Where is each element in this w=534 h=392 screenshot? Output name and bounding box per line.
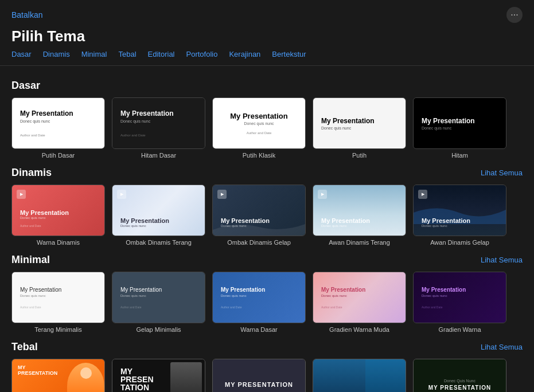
theme-label-ombak-terang: Ombak Dinamis Terang	[126, 239, 192, 246]
page-title: Pilih Tema	[0, 25, 534, 50]
see-all-dinamis[interactable]: Lihat Semua	[481, 168, 523, 177]
see-all-tebal[interactable]: Lihat Semua	[481, 343, 523, 351]
theme-item-awan-dinamis-terang[interactable]: ▶ My Presentation Donec quis nunc Awan D…	[313, 185, 406, 246]
section-minimal: Minimal Lihat Semua My Presentation Done…	[11, 254, 523, 333]
theme-item-gradien-warna-muda[interactable]: My Presentation Donec quis nunc Author a…	[313, 272, 406, 333]
theme-item-ombak-dinamis-gelap[interactable]: ▶ My Presentation Donec quis nunc Ombak …	[212, 185, 306, 246]
section-title-dasar: Dasar	[11, 80, 40, 92]
section-dasar: Dasar My Presentation Donec quis nunc Au…	[11, 80, 523, 159]
theme-item-gradien-warna[interactable]: My Presentation Donec quis nunc Author a…	[413, 272, 506, 333]
section-dinamis: Dinamis Lihat Semua ▶ My Presentation Do…	[11, 167, 523, 246]
see-all-minimal[interactable]: Lihat Semua	[481, 256, 523, 264]
tab-minimal[interactable]: Minimal	[81, 50, 107, 58]
theme-item-warna-dasar[interactable]: My Presentation Donec quis nunc Author a…	[212, 272, 306, 333]
theme-label-ombak-gelap: Ombak Dinamis Gelap	[227, 239, 291, 246]
theme-label-warna-dasar: Warna Dasar	[240, 326, 277, 333]
tab-bertekstur[interactable]: Bertekstur	[272, 50, 306, 58]
theme-label-hitam: Hitam	[451, 152, 468, 159]
tab-kerajinan[interactable]: Kerajinan	[229, 50, 260, 58]
theme-label-awan-gelap: Awan Dinamis Gelap	[430, 239, 489, 246]
theme-item-awan-dinamis-gelap[interactable]: ▶ My Presentation Donec quis nunc Awan D…	[413, 185, 506, 246]
theme-item-hitam[interactable]: My Presentation Donec quis nunc Hitam	[413, 97, 506, 159]
cancel-button[interactable]: Batalkan	[11, 10, 42, 19]
theme-label-putih-klasik: Putih Klasik	[243, 152, 275, 159]
section-title-minimal: Minimal	[11, 254, 50, 266]
theme-item-warna-dinamis[interactable]: ▶ My Presentation Donec quis nunc Author…	[11, 185, 105, 246]
nav-tabs: Dasar Dinamis Minimal Tebal Editorial Po…	[0, 50, 534, 66]
theme-item-putih[interactable]: My Presentation Donec quis nunc Putih	[313, 97, 406, 159]
theme-item-putih-dasar[interactable]: My Presentation Donec quis nunc Author a…	[11, 97, 105, 159]
tab-dinamis[interactable]: Dinamis	[43, 50, 70, 58]
theme-item-putih-klasik[interactable]: My Presentation Donec quis nunc Author a…	[212, 97, 306, 159]
section-header-dinamis: Dinamis Lihat Semua	[11, 167, 523, 179]
more-button[interactable]: ···	[506, 7, 523, 23]
theme-row-minimal: My Presentation Donec quis nunc Author a…	[11, 272, 523, 333]
theme-item-ombak-dinamis-terang[interactable]: ▶ My Presentation Donec quis nunc Ombak …	[112, 185, 205, 246]
theme-item-bold-3[interactable]: MY PRESENTATION	[212, 359, 306, 392]
section-title-tebal: Tebal	[11, 341, 38, 353]
theme-label-gradien-warna-muda: Gradien Warna Muda	[329, 326, 389, 333]
theme-item-bold-1[interactable]: MYPRESENTATION	[11, 359, 105, 392]
theme-row-dinamis: ▶ My Presentation Donec quis nunc Author…	[11, 185, 523, 246]
section-tebal: Tebal Lihat Semua MYPRESENTATION	[11, 341, 523, 392]
section-header-tebal: Tebal Lihat Semua	[11, 341, 523, 353]
theme-item-terang-minimalis[interactable]: My Presentation Donec quis nunc Author a…	[11, 272, 105, 333]
top-bar: Batalkan ···	[0, 0, 534, 25]
theme-item-hitam-dasar[interactable]: My Presentation Donec quis nunc Author a…	[112, 97, 205, 159]
theme-item-gelap-minimalis[interactable]: My Presentation Donec quis nunc Author a…	[112, 272, 205, 333]
tab-tebal[interactable]: Tebal	[118, 50, 136, 58]
section-header-minimal: Minimal Lihat Semua	[11, 254, 523, 266]
content-area: Dasar My Presentation Donec quis nunc Au…	[0, 66, 534, 392]
theme-item-bold-2[interactable]: person MYPRESENTATION	[112, 359, 205, 392]
theme-label-putih: Putih	[352, 152, 367, 159]
tab-editorial[interactable]: Editorial	[148, 50, 175, 58]
theme-row-tebal: MYPRESENTATION person MYP	[11, 359, 523, 392]
section-header-dasar: Dasar	[11, 80, 523, 92]
theme-label-terang-minimalis: Terang Minimalis	[34, 326, 82, 333]
theme-label-warna-dinamis: Warna Dinamis	[37, 239, 80, 246]
theme-item-bold-5[interactable]: Donec Quis Nunc MY PRESENTATION	[413, 359, 506, 392]
theme-label-gradien-warna: Gradien Warna	[438, 326, 481, 333]
theme-label-hitam-dasar: Hitam Dasar	[141, 152, 176, 159]
theme-item-bold-4[interactable]: Donec quis nunc MY PRES.	[313, 359, 406, 392]
tab-dasar[interactable]: Dasar	[11, 50, 32, 58]
theme-label-awan-terang: Awan Dinamis Terang	[329, 239, 390, 246]
tab-portofolio[interactable]: Portofolio	[186, 50, 218, 58]
theme-row-dasar: My Presentation Donec quis nunc Author a…	[11, 97, 523, 159]
theme-label-putih-dasar: Putih Dasar	[42, 152, 75, 159]
theme-label-gelap-minimalis: Gelap Minimalis	[136, 326, 181, 333]
section-title-dinamis: Dinamis	[11, 167, 52, 179]
